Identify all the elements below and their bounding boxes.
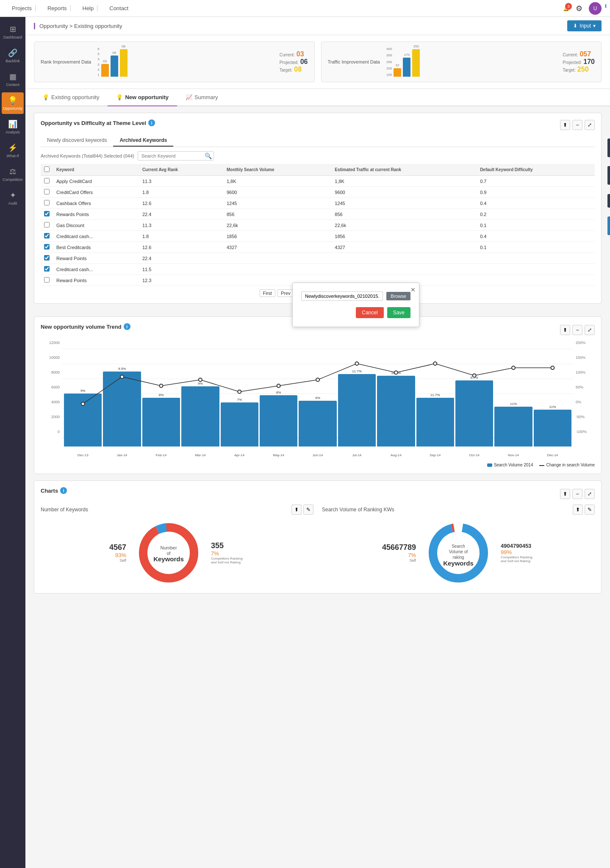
table-row: Creditcard cash... 11.5 [41, 264, 595, 275]
traffic-current-value: 057 [580, 50, 591, 58]
row-volume-6: 4327 [223, 242, 331, 253]
traffic-target-value: 250 [577, 66, 589, 73]
save-button[interactable]: Save [387, 307, 410, 318]
nav-projects[interactable]: Projects [8, 5, 36, 11]
row-difficulty-6: 0.1 [477, 242, 595, 253]
notification-icon[interactable]: 🔔 3 [563, 6, 569, 11]
trend-label-10: Oct-14 [455, 453, 493, 457]
kw-chart-title: Number of Keywords ⬆ ✎ [41, 505, 313, 515]
sidebar-item-whatif[interactable]: ⚡ What-If [2, 140, 24, 161]
row-volume-2: 1245 [223, 198, 331, 209]
traffic-improvement-card: Traffic Improvement Data 400300250200100… [321, 42, 602, 82]
sidebar-item-content[interactable]: ▦ Content [2, 69, 24, 90]
trend-bar-group-10: 9.7% [455, 341, 493, 446]
trend-label-7: Jul-14 [338, 453, 376, 457]
user-avatar[interactable]: U [589, 2, 602, 15]
export-button[interactable]: Export selected keywords to CSV [607, 216, 610, 235]
nav-links: Projects Reports Help Contact [8, 5, 132, 11]
top-navigation: Projects Reports Help Contact 🔔 3 ⚙ U [0, 0, 610, 17]
row-checkbox-2[interactable] [44, 200, 50, 205]
panel-expand-btn[interactable]: ⤢ [585, 120, 595, 130]
input-button[interactable]: ⬇ Input ▾ [567, 20, 602, 31]
settings-icon[interactable]: ⚙ [576, 4, 582, 13]
page-prev[interactable]: Prev [277, 289, 294, 297]
kw-self-value: 4567 [109, 543, 126, 552]
row-checkbox-0[interactable] [44, 178, 50, 183]
row-checkbox-7[interactable] [44, 255, 50, 261]
row-keyword-1: CreditCard Offers [53, 187, 139, 198]
traffic-card-info[interactable]: ℹ [605, 3, 607, 9]
charts-minimize-btn[interactable]: − [572, 489, 582, 499]
charts-info-icon[interactable]: i [60, 487, 67, 494]
sv-chart-edit[interactable]: ✎ [585, 505, 595, 515]
row-checkbox-1[interactable] [44, 189, 50, 194]
dashboard-icon: ⊞ [10, 25, 16, 34]
trend-minimize-btn[interactable]: − [572, 325, 582, 335]
delete-button[interactable]: Delete selected keywords [607, 194, 610, 208]
nav-reports[interactable]: Reports [44, 5, 71, 11]
panel-minimize-btn[interactable]: − [572, 120, 582, 130]
sidebar-item-competition[interactable]: ⚖ Competition [2, 164, 24, 185]
svg-text:Search: Search [452, 544, 465, 549]
sidebar-item-dashboard[interactable]: ⊞ Dashboard [2, 21, 24, 43]
sv-chart-actions: ⬆ ✎ [573, 505, 595, 515]
traffic-card-title: Traffic Improvement Data [328, 59, 380, 64]
create-new-button[interactable]: Create new theme from selected keywords [607, 166, 610, 185]
rank-bars: 03 06 08 [101, 51, 128, 77]
cancel-button[interactable]: Cancel [356, 307, 383, 318]
row-checkbox-9[interactable] [44, 277, 50, 283]
page-first[interactable]: First [260, 289, 275, 297]
dialog-close-icon[interactable]: ✕ [410, 286, 416, 293]
tab-summary[interactable]: 📈 Summary [177, 89, 227, 106]
panel-export-btn[interactable]: ⬆ [560, 120, 570, 130]
map-existing-button[interactable]: Map selected keywords to Existing theme [607, 139, 610, 157]
trend-export-btn[interactable]: ⬆ [560, 325, 570, 335]
sidebar-item-backlink[interactable]: 🔗 Backlink [2, 45, 24, 67]
keyword-subtabs: Newly discoverd keywords Archived Keywor… [41, 135, 595, 147]
tab-new[interactable]: 💡 New opportunity [108, 89, 177, 106]
sv-chart-export[interactable]: ⬆ [573, 505, 583, 515]
panel-info-icon[interactable]: i [148, 119, 155, 126]
charts-expand-btn[interactable]: ⤢ [585, 489, 595, 499]
sidebar-label-whatif: What-If [6, 154, 19, 158]
file-name-input[interactable] [301, 291, 383, 301]
audit-icon: ✦ [10, 191, 16, 200]
sidebar-item-analysis[interactable]: 📊 Analysis [2, 116, 24, 138]
charts-export-btn[interactable]: ⬆ [560, 489, 570, 499]
trend-expand-btn[interactable]: ⤢ [585, 325, 595, 335]
row-checkbox-6[interactable] [44, 244, 50, 250]
rank-current-label: Current: [280, 53, 295, 57]
tab-existing[interactable]: 💡 Existing opportunity [34, 89, 108, 106]
sidebar-item-opportunity[interactable]: 💡 Opportunity [2, 92, 24, 114]
select-all-checkbox[interactable] [44, 166, 50, 172]
kw-chart-edit[interactable]: ✎ [303, 505, 313, 515]
row-volume-3: 856 [223, 209, 331, 220]
trend-bar-5 [260, 395, 297, 446]
trend-chart-section: New opportunity volume Trend i ⬆ − ⤢ 120… [34, 316, 602, 474]
row-checkbox-5[interactable] [44, 233, 50, 238]
search-input[interactable] [138, 151, 214, 161]
nav-help[interactable]: Help [79, 5, 98, 11]
sidebar-item-audit[interactable]: ✦ Audit [2, 187, 24, 209]
row-traffic-8 [331, 264, 477, 275]
subtab-newly-discovered[interactable]: Newly discoverd keywords [41, 135, 113, 147]
row-checkbox-8[interactable] [44, 266, 50, 272]
nav-contact[interactable]: Contact [106, 5, 132, 11]
row-checkbox-4[interactable] [44, 222, 50, 227]
trend-bar-group-5: 8% [260, 341, 297, 446]
trend-info-icon[interactable]: i [124, 323, 130, 330]
search-button[interactable]: 🔍 [205, 153, 212, 159]
kw-chart-export[interactable]: ⬆ [291, 505, 302, 515]
trend-label-9: Sep-14 [416, 453, 454, 457]
rank-target-label: Target: [280, 68, 293, 72]
trend-bar-11 [494, 407, 532, 446]
row-rank-5: 1.8 [139, 231, 223, 242]
panel-title: Opportunity vs Difficulty at Theme Level… [41, 119, 155, 126]
row-checkbox-3[interactable] [44, 211, 50, 216]
action-delete: Delete selected keywords Dlementum. Sed … [607, 194, 610, 210]
traffic-target-label: Target: [563, 68, 576, 72]
tab-existing-icon: 💡 [42, 94, 49, 100]
charts-row: Number of Keywords ⬆ ✎ 4567 93% Self [41, 505, 595, 587]
subtab-archived[interactable]: Archived Keywords [113, 135, 173, 147]
browse-button[interactable]: Browse [386, 292, 410, 300]
